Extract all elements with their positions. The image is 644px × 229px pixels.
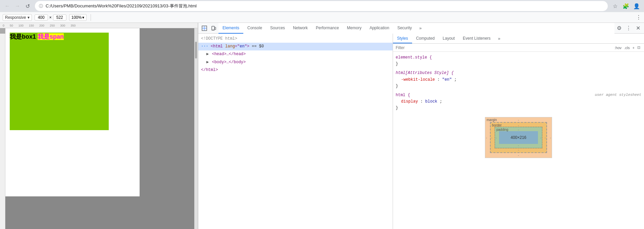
dom-panel: <!DOCTYPE html> ··· <html lang="en"> == … — [198, 34, 393, 229]
scrollbar[interactable] — [194, 28, 198, 229]
box-model-container: margin - - - - border - - — [393, 113, 644, 162]
extensions-icon: 🧩 — [623, 3, 629, 9]
reload-button[interactable]: ↺ — [23, 1, 32, 11]
settings-icon: ⚙ — [617, 25, 622, 31]
close-devtools-button[interactable]: ✕ — [633, 24, 643, 33]
extensions-button[interactable]: 🧩 — [621, 1, 631, 11]
dom-dots: ··· — [201, 44, 208, 49]
bookmark-button[interactable]: ☆ — [610, 1, 620, 11]
selector-html-attr-text: html[Attributes Style] { — [396, 71, 454, 75]
rule-selector-html-ua[interactable]: html { user agent stylesheet — [396, 92, 641, 99]
rule-selector-element[interactable]: element.style { — [396, 54, 641, 61]
more-tabs-button[interactable]: » — [417, 23, 424, 34]
toolbar-separator — [91, 14, 91, 21]
cls-button[interactable]: .cls — [623, 45, 631, 50]
styles-more-tabs-button[interactable]: » — [496, 34, 502, 43]
hov-button[interactable]: :hov — [613, 45, 623, 50]
url-input[interactable] — [46, 4, 604, 9]
bookmark-icon: ☆ — [613, 3, 617, 9]
styles-tabs: Styles Computed Layout Event Listeners — [393, 34, 644, 44]
style-rule-html-ua: html { user agent stylesheet display : b… — [393, 91, 644, 113]
tab-memory[interactable]: Memory — [343, 23, 365, 34]
scroll-thumb[interactable] — [195, 42, 197, 59]
tab-application[interactable]: Application — [365, 23, 393, 34]
rule-selector-html-attr[interactable]: html[Attributes Style] { — [396, 70, 641, 76]
doctype-text: <!DOCTYPE html> — [201, 36, 237, 41]
more-options-icon: ⋮ — [626, 25, 631, 31]
styles-tab-computed[interactable]: Computed — [412, 34, 439, 43]
zoom-label: 100% — [71, 15, 82, 20]
styles-filter-actions: :hov .cls + ⊡ — [613, 45, 641, 50]
browser-actions: ☆ 🧩 👤 — [610, 1, 641, 11]
styles-content: element.style { } html[Attributes Style]… — [393, 52, 644, 229]
styles-panel: Styles Computed Layout Event Listeners — [393, 34, 644, 229]
devtools-body: <!DOCTYPE html> ··· <html lang="en"> == … — [198, 34, 644, 229]
style-rule-element: element.style { } — [393, 53, 644, 69]
profile-button[interactable]: 👤 — [632, 1, 641, 11]
box-model: margin - - - - border - - — [485, 117, 552, 158]
box-model-size: 400×216 — [510, 135, 526, 140]
expand-head-icon[interactable]: ▶ — [206, 52, 209, 56]
browser-titlebar: ← → ↺ ⓘ ☆ 🧩 👤 — [0, 0, 644, 12]
ruler-mark: 100 — [16, 24, 26, 27]
collapse-button[interactable]: ⊡ — [636, 45, 641, 50]
bm-margin: margin - - - - border - - — [485, 117, 552, 158]
dom-head-line[interactable]: ▶ <head>…</head> — [198, 50, 393, 58]
tab-security[interactable]: Security — [393, 23, 416, 34]
webpage-frame: 我是box1 我是span — [5, 28, 140, 196]
add-style-button[interactable]: + — [632, 45, 636, 50]
ruler-mark: 250 — [47, 24, 57, 27]
ruler-vertical — [0, 34, 5, 229]
box1-element: 我是box1 我是span — [10, 33, 109, 130]
ruler-mark: 0 — [0, 24, 7, 27]
expand-body-icon[interactable]: ▶ — [206, 60, 209, 65]
ruler-horizontal: 0 50 100 150 200 250 300 350 — [0, 23, 198, 28]
more-options-button[interactable]: ⋮ — [624, 24, 633, 33]
devtools-outer: Responsive ▾ × 100% ▾ ⋮ 0 50 100 — [0, 12, 644, 229]
settings-button[interactable]: ⚙ — [614, 24, 624, 33]
viewport-toolbar: Responsive ▾ × 100% ▾ ⋮ — [0, 12, 644, 23]
device-dropdown-icon: ▾ — [28, 15, 30, 20]
tab-console[interactable]: Console — [243, 23, 266, 34]
tab-elements[interactable]: Elements — [218, 23, 243, 34]
device-select[interactable]: Responsive ▾ — [3, 14, 32, 21]
styles-tab-styles[interactable]: Styles — [393, 34, 412, 43]
forward-icon: → — [15, 3, 20, 9]
dom-body-tag: <body>…</body> — [212, 60, 246, 65]
profile-icon: 👤 — [633, 3, 640, 9]
zoom-select[interactable]: 100% ▾ — [69, 14, 87, 21]
selector-html-text: html { — [396, 93, 410, 98]
ruler-mark: 150 — [26, 24, 37, 27]
address-bar[interactable]: ⓘ — [35, 1, 608, 11]
ruler-mark: 200 — [37, 24, 47, 27]
back-button[interactable]: ← — [3, 1, 12, 11]
style-prop-webkit: -webkit-locale : "en" ; — [396, 77, 641, 83]
width-input[interactable] — [35, 14, 48, 21]
user-agent-note: user agent stylesheet — [595, 92, 641, 98]
webpage-viewport: 我是box1 我是span — [5, 28, 198, 229]
margin-label: margin — [487, 118, 497, 122]
inspect-icon — [202, 26, 207, 31]
style-prop-display: display : block ; — [396, 99, 641, 105]
styles-tab-layout[interactable]: Layout — [439, 34, 459, 43]
nav-buttons: ← → ↺ — [3, 1, 32, 11]
tab-sources[interactable]: Sources — [266, 23, 289, 34]
styles-tab-event-listeners[interactable]: Event Listeners — [459, 34, 495, 43]
ruler-mark: 50 — [7, 24, 16, 27]
tab-network[interactable]: Network — [289, 23, 312, 34]
bm-padding: padding - - - - 400×216 — [495, 127, 542, 148]
styles-filter-input[interactable] — [396, 45, 612, 50]
device-toggle-icon — [211, 26, 216, 31]
dom-doctype[interactable]: <!DOCTYPE html> — [198, 35, 393, 43]
rule-close-html-attr: } — [396, 83, 641, 89]
dom-html-line[interactable]: ··· <html lang="en"> == $0 — [198, 43, 393, 50]
dom-body-line[interactable]: ▶ <body>…</body> — [198, 59, 393, 66]
ruler-mark: 300 — [57, 24, 68, 27]
viewport-more-button[interactable]: ⋮ — [636, 14, 641, 21]
device-toggle-button[interactable] — [209, 24, 218, 33]
tab-performance[interactable]: Performance — [312, 23, 343, 34]
inspect-button[interactable] — [200, 24, 209, 33]
height-input[interactable] — [53, 14, 66, 21]
dom-close-html[interactable]: </html> — [198, 66, 393, 74]
forward-button[interactable]: → — [13, 1, 22, 11]
